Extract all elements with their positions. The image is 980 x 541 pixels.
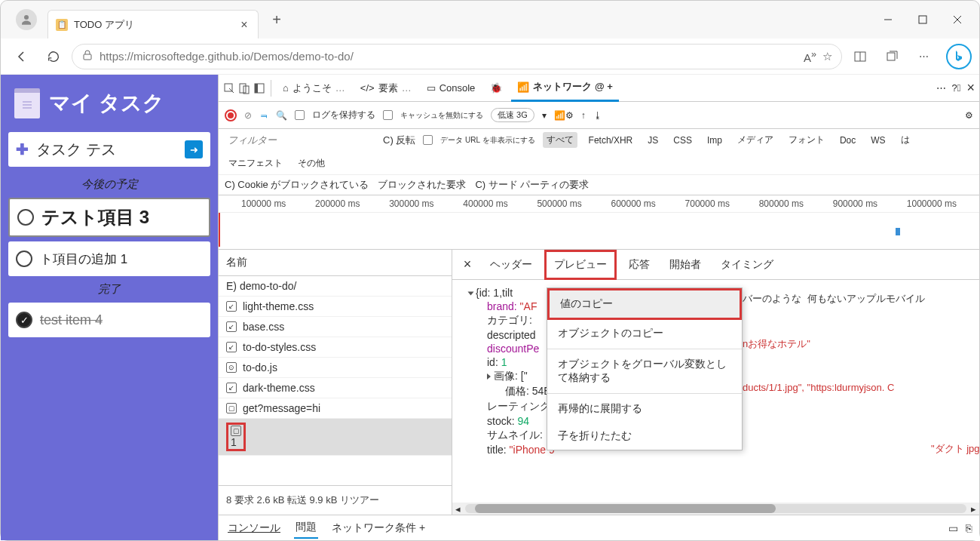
tab-initiator[interactable]: 開始者 xyxy=(662,252,709,278)
throttle-select[interactable]: 低速 3G xyxy=(491,108,534,122)
clear-icon[interactable]: ⊘ xyxy=(244,110,252,121)
upload-icon[interactable]: ↑ xyxy=(581,110,586,121)
request-row-selected[interactable]: ▢ 1 xyxy=(219,419,452,456)
ctx-copy-object[interactable]: オブジェクトのコピー xyxy=(547,320,742,347)
svg-rect-13 xyxy=(240,84,246,93)
preserve-log-checkbox[interactable] xyxy=(295,110,305,120)
more-icon[interactable]: ⋯ xyxy=(910,43,937,70)
bing-button[interactable] xyxy=(946,44,972,69)
filter-tag[interactable]: Doc xyxy=(836,134,859,147)
dock-icon[interactable] xyxy=(253,82,265,94)
scroll-right-icon[interactable]: ▸ xyxy=(971,503,976,515)
tab-close-icon[interactable]: × xyxy=(238,19,250,31)
json-preview[interactable]: {id: 1,tilt brand: "AF カテゴリ: descripted … xyxy=(452,280,979,503)
scroll-thumb[interactable] xyxy=(475,504,776,513)
request-row[interactable]: E) demo-to-do/ xyxy=(219,276,452,297)
close-detail-icon[interactable]: × xyxy=(457,254,478,275)
json-root[interactable]: {id: 1,tilt xyxy=(476,287,513,299)
tab-sources-icon[interactable]: 🐞 xyxy=(484,75,508,102)
task-item[interactable]: テスト項目 3 xyxy=(8,198,210,237)
third-party[interactable]: C) サード パーティの要求 xyxy=(475,178,589,192)
ctx-collapse[interactable]: 子を折りたたむ xyxy=(547,423,742,450)
filter-tag[interactable]: WS xyxy=(867,134,889,147)
column-header-name[interactable]: 名前 xyxy=(219,250,452,276)
filter-tag[interactable]: フォント xyxy=(785,132,828,148)
disable-cache-checkbox[interactable] xyxy=(383,110,393,120)
settings-icon[interactable]: ⚙ xyxy=(965,110,973,121)
timeline[interactable]: 100000 ms 200000 ms 300000 ms 400000 ms … xyxy=(219,195,979,250)
filter-tag[interactable]: マニフェスト xyxy=(225,155,286,171)
more-tools-icon[interactable]: ⋯ xyxy=(936,82,946,94)
split-screen-icon[interactable] xyxy=(847,43,874,70)
drawer-network-conditions[interactable]: ネットワーク条件 + xyxy=(330,518,427,538)
filter-toggle-icon[interactable]: ⫬ xyxy=(259,110,268,121)
close-window-button[interactable] xyxy=(940,8,975,32)
read-aloud-icon[interactable]: A» xyxy=(804,49,816,64)
url-box[interactable]: https://microsoftedge.github.io/Demos/de… xyxy=(72,44,842,69)
task-item[interactable]: ト項目の追加 1 xyxy=(8,241,210,276)
add-task-row[interactable]: ✚ タスク テス ➜ xyxy=(8,132,210,167)
new-tab-button[interactable]: + xyxy=(265,8,289,32)
inspect-icon[interactable] xyxy=(223,82,235,94)
tab-timing[interactable]: タイミング xyxy=(713,252,781,278)
download-icon[interactable]: ⭳ xyxy=(593,110,602,121)
filter-tag[interactable]: CSS xyxy=(669,134,696,147)
collections-icon[interactable] xyxy=(878,43,905,70)
tab-console[interactable]: ▭Console xyxy=(421,75,482,102)
minimize-button[interactable] xyxy=(871,8,905,32)
back-button[interactable] xyxy=(8,43,35,70)
task-checkbox-checked[interactable]: ✓ xyxy=(16,312,32,328)
filter-tag[interactable]: その他 xyxy=(294,155,329,171)
filter-tag[interactable]: メディア xyxy=(733,132,777,148)
invert-label[interactable]: C) 反転 xyxy=(383,134,415,147)
request-row[interactable]: ⊙to-do.js xyxy=(219,358,452,378)
tab-network[interactable]: 📶ネットワーク @ + xyxy=(511,75,619,102)
tab-preview[interactable]: プレビュー xyxy=(544,250,617,280)
maximize-button[interactable] xyxy=(905,8,940,32)
filter-tag-all[interactable]: すべて xyxy=(543,132,577,148)
record-button[interactable] xyxy=(225,109,237,121)
tab-headers[interactable]: ヘッダー xyxy=(482,252,540,278)
tab-welcome[interactable]: ⌂ようこそ… xyxy=(277,75,351,102)
submit-icon[interactable]: ➜ xyxy=(185,140,203,158)
help-icon[interactable]: ?⃝ xyxy=(952,82,961,94)
favorite-icon[interactable]: ☆ xyxy=(822,50,832,63)
drawer-console[interactable]: コンソール xyxy=(226,518,282,538)
browser-tab[interactable]: 📋 TODO アプリ × xyxy=(47,10,259,38)
filter-tag[interactable]: Fetch/XHR xyxy=(585,134,637,147)
tab-response[interactable]: 応答 xyxy=(621,252,657,278)
ctx-copy-value[interactable]: 値のコピー xyxy=(547,288,742,320)
drawer-export-icon[interactable]: ⎘ xyxy=(966,522,972,534)
horizontal-scrollbar[interactable]: ◂ ▸ xyxy=(452,503,979,515)
request-row[interactable]: ▢get?message=hi xyxy=(219,398,452,419)
request-row[interactable]: ↙light-theme.css xyxy=(219,297,452,317)
tab-elements[interactable]: </>要素… xyxy=(354,75,418,102)
ctx-store-global[interactable]: オブジェクトをグローバル変数として格納する xyxy=(547,351,742,392)
request-row[interactable]: ↙base.css xyxy=(219,317,452,337)
request-row[interactable]: ↙to-do-styles.css xyxy=(219,337,452,358)
scroll-left-icon[interactable]: ◂ xyxy=(455,503,461,515)
ctx-expand[interactable]: 再帰的に展開する xyxy=(547,395,742,423)
task-checkbox[interactable] xyxy=(16,251,32,267)
overflow-text: nお得なホテル" xyxy=(743,337,810,351)
filter-tag[interactable]: は xyxy=(897,132,914,148)
device-icon[interactable] xyxy=(238,82,250,94)
request-row[interactable]: ↙dark-theme.css xyxy=(219,378,452,398)
chevron-down-icon[interactable]: ▾ xyxy=(542,110,547,121)
filter-tag[interactable]: JS xyxy=(644,134,662,147)
add-task-input[interactable]: タスク テス xyxy=(36,140,185,160)
search-icon[interactable]: 🔍 xyxy=(276,110,287,121)
filter-input[interactable] xyxy=(225,132,375,148)
filter-tag[interactable]: Imp xyxy=(703,134,726,147)
cookies-blocked[interactable]: C) Cookie がブロックされている xyxy=(225,178,369,192)
task-item-done[interactable]: ✓ test item 4 xyxy=(8,303,210,337)
task-checkbox[interactable] xyxy=(17,209,34,226)
profile-avatar[interactable] xyxy=(16,9,37,30)
drawer-issues[interactable]: 問題 xyxy=(294,518,318,539)
drawer-icon[interactable]: ▭ xyxy=(948,522,958,534)
refresh-button[interactable] xyxy=(40,43,67,70)
close-devtools-icon[interactable]: × xyxy=(966,80,975,96)
hide-dataurl-checkbox[interactable] xyxy=(423,135,433,145)
wifi-throttle-icon[interactable]: 📶⚙ xyxy=(554,110,574,121)
blocked-requests[interactable]: ブロックされた要求 xyxy=(378,178,466,192)
